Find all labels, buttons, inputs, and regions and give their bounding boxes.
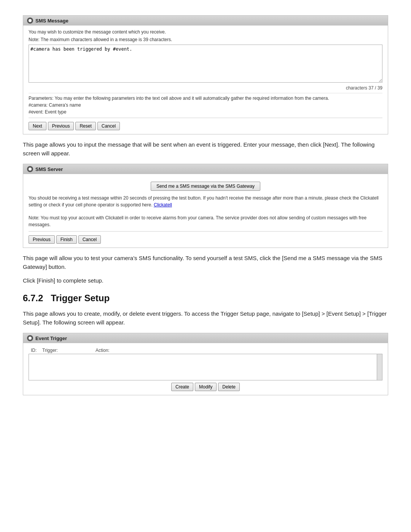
svg-point-1 (29, 168, 32, 171)
trigger-col-action-header: Action: (96, 348, 380, 353)
sms-previous-button[interactable]: Previous (48, 122, 74, 130)
sms-reset-button[interactable]: Reset (75, 122, 96, 130)
sms-next-button[interactable]: Next (29, 122, 46, 130)
trigger-scrollbar[interactable] (377, 354, 382, 380)
event-trigger-panel-header: Event Trigger (23, 333, 388, 343)
sms-server-cancel-button[interactable]: Cancel (78, 235, 101, 244)
section-heading: 6.7.2 Trigger Setup (23, 293, 388, 304)
sms-server-finish-button[interactable]: Finish (56, 235, 77, 244)
char-value: 37 / 39 (368, 85, 382, 91)
params-note: Parameters: You may enter the following … (29, 93, 382, 115)
sms-message-icon (27, 18, 33, 24)
sms-server-title: SMS Server (35, 166, 63, 172)
sms-message-button-row: Next Previous Reset Cancel (29, 122, 382, 130)
sms-server-button-row: Previous Finish Cancel (29, 235, 382, 244)
sms-desc1: You may wish to customize the message co… (29, 29, 382, 35)
sms-message-panel-header: SMS Message (23, 16, 388, 26)
trigger-col-trigger-header: Trigger: (42, 348, 96, 353)
sms-message-textarea[interactable]: #camera has been triggered by #event. (29, 45, 382, 83)
svg-point-2 (29, 337, 32, 340)
char-count-row: characters 37 / 39 (29, 85, 382, 91)
sms-message-body: You may wish to customize the message co… (23, 26, 388, 134)
params-note-text: Parameters: You may enter the following … (29, 96, 382, 101)
svg-point-0 (29, 19, 32, 22)
sms-server-panel: SMS Server Send me a SMS message via the… (23, 164, 388, 248)
section-title: Trigger Setup (51, 293, 110, 303)
trigger-list-area[interactable] (29, 354, 382, 380)
event-trigger-panel: Event Trigger ID: Trigger: Action: Creat… (23, 333, 388, 395)
sms-test-button-row: Send me a SMS message via the SMS Gatewa… (29, 182, 382, 191)
section-number: 6.7.2 (23, 293, 43, 303)
sms-message-title: SMS Message (35, 18, 68, 24)
sms-server-panel-header: SMS Server (23, 164, 388, 174)
trigger-col-id-header: ID: (31, 348, 42, 353)
trigger-delete-button[interactable]: Delete (218, 383, 240, 391)
trigger-create-button[interactable]: Create (171, 383, 193, 391)
event-trigger-icon (27, 335, 33, 341)
sms-desc2: Note: The maximum characters allowed in … (29, 37, 382, 42)
click-finish-text: Click [Finish] to complete setup. (23, 277, 388, 284)
clickatell-link[interactable]: Clickatell (154, 202, 172, 208)
trigger-modify-button[interactable]: Modify (195, 383, 217, 391)
event-trigger-title: Event Trigger (35, 335, 67, 341)
param1: #camera: Camera's name (29, 102, 382, 108)
sms-message-panel: SMS Message You may wish to customize th… (23, 15, 388, 134)
sms-server-body: Send me a SMS message via the SMS Gatewa… (23, 174, 388, 248)
sms-server-icon (27, 166, 33, 172)
sms-server-previous-button[interactable]: Previous (29, 235, 55, 244)
event-trigger-body: ID: Trigger: Action: Create Modify Delet… (23, 343, 388, 395)
section-description: This page allows you to create, modify, … (23, 310, 388, 327)
sms-server-note2: Note: You must top your account with Cli… (29, 214, 382, 228)
trigger-column-headers: ID: Trigger: Action: (29, 347, 382, 354)
sms-cancel-button[interactable]: Cancel (97, 122, 120, 130)
sms-gateway-test-button[interactable]: Send me a SMS message via the SMS Gatewa… (151, 182, 260, 191)
char-label: characters (346, 85, 367, 91)
sms-server-note1: You should be receiving a test message w… (29, 195, 382, 208)
prose-paragraph-1: This page allows you to input the messag… (23, 141, 388, 158)
trigger-action-buttons: Create Modify Delete (29, 383, 382, 391)
prose-paragraph-2: This page will allow you to test your ca… (23, 254, 388, 271)
param2: #event: Event type (29, 109, 382, 115)
